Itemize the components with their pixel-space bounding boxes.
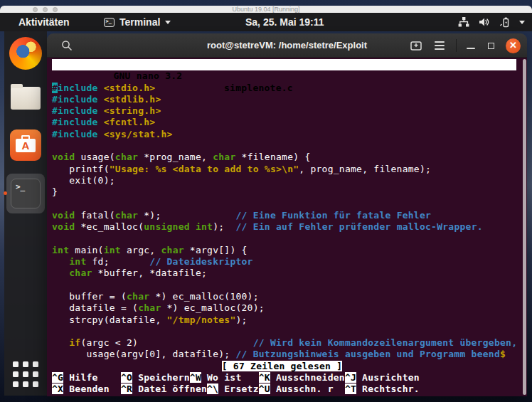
app-menu-terminal[interactable]: >_ Terminal [104,13,171,31]
app-menu-label: Terminal [119,16,160,28]
nano-shortcut: ^K Ausschneiden [259,372,345,384]
vm-window-title: Ubuntu 19.04 [Running] [0,6,532,13]
nano-status-row: [ 67 Zeilen gelesen ] [47,361,517,372]
code-line: #include <string.h> [52,105,517,117]
code-line: void fatal(char *); // Eine Funktion für… [52,210,517,221]
code-line: char *buffer, *datafile; [52,268,517,279]
nano-status-message: [ 67 Zeilen gelesen ] [222,361,343,371]
code-line: usage(argv[0], datafile); // Butzungshin… [52,349,517,360]
code-line: void *ec_malloc(unsigned int); // Ein au… [52,221,517,233]
vm-minimize-button[interactable] [43,7,48,12]
hamburger-menu-icon[interactable] [435,41,445,50]
system-indicators[interactable] [458,13,525,31]
code-line: strcpy(datafile, "/tmp/notes"); [52,314,517,326]
nano-shortcut-bar-row1: ^G Hilfe^O Speichern^W Wo ist^K Ausschne… [52,372,516,384]
code-line: } [52,186,517,198]
code-line: printf("Usage: %s <data to add to %s>\n"… [52,164,517,175]
code-line: int main(int argc, char *argv[]) { [52,245,517,256]
nano-shortcut: ^U Ausschn. r [259,384,334,395]
dock-item-terminal[interactable]: >_ [6,174,45,213]
code-line [52,140,517,152]
nano-titlebar: GNU nano 3.2 simplenote.c [52,59,516,70]
code-line: void usage(char *prog_name, char *filena… [52,152,517,163]
close-icon[interactable]: ✕ [506,38,521,53]
code-line: #include <stdlib.h> [52,94,517,105]
show-applications-button[interactable] [11,360,40,388]
code-line: exit(0); [52,175,517,186]
dock-item-files[interactable] [11,87,41,110]
vm-window-titlebar[interactable]: Ubuntu 19.04 [Running] [0,6,532,13]
nano-shortcut: ^T Rechtschr. [345,384,420,395]
new-tab-icon[interactable] [410,41,422,51]
terminal-app-icon: >_ [104,18,115,27]
restore-icon[interactable] [488,43,494,49]
code-line: buffer = (char *) ec_malloc(100); [52,291,517,302]
nano-shortcut: ^O Speichern [121,372,190,384]
activities-button[interactable]: Aktivitäten [18,13,70,31]
dock-item-firefox[interactable] [9,37,42,70]
code-line [52,233,517,244]
nano-shortcut: ^R Datei öffnen [121,384,207,395]
nano-shortcut: ^X Beenden [52,384,110,395]
scrollbar[interactable] [523,59,526,395]
nano-shortcut-bar-row2: ^X Beenden^R Datei öffnen^\ Ersetzen^U A… [52,384,516,395]
battery-icon [499,17,510,28]
code-line: #include <fcntl.h> [52,117,517,128]
nano-shortcut: ^J Ausrichten [345,372,420,384]
code-line: int fd; // Dateideskriptor [52,256,517,268]
volume-icon [479,17,490,27]
code-line: datafile = (char *) ec_malloc(20); [52,302,517,314]
vm-zoom-button[interactable] [53,7,58,12]
code-line: #include <stdio.h> [52,83,517,94]
terminal-dock-icon: >_ [11,179,41,208]
running-indicator-dot [4,191,7,195]
chevron-down-icon [165,21,171,24]
clock[interactable]: Sa, 25. Mai 19:11 [245,13,324,31]
dock-item-ubuntu-software[interactable]: A [10,129,41,161]
briefcase-icon: A [16,139,36,152]
nano-shortcut: ^W Wo ist [190,372,242,384]
terminal-content[interactable]: GNU nano 3.2 simplenote.c #include <stdi… [47,58,527,396]
vm-close-button[interactable] [33,7,38,12]
code-area[interactable]: #include <stdio.h>#include <stdlib.h>#in… [52,83,517,361]
terminal-window: root@stetreVM: /home/stetre/Exploit ✕ GN… [47,33,527,396]
vm-window-controls[interactable] [33,7,58,12]
minimize-icon[interactable] [467,48,475,49]
dock: A >_ [4,31,47,396]
top-panel: Aktivitäten >_ Terminal Sa, 25. Mai 19:1… [0,13,532,31]
code-line [52,326,517,337]
nano-shortcut: ^G Hilfe [52,372,98,384]
code-line: if(argc < 2) // Wird kein Kommandozeilen… [52,337,517,349]
terminal-titlebar[interactable]: root@stetreVM: /home/stetre/Exploit ✕ [47,33,527,58]
code-line: #include <sys/stat.h> [52,129,517,140]
network-icon [458,17,469,27]
code-line [52,199,517,210]
code-line [52,280,517,291]
chevron-down-icon [519,21,525,24]
text-cursor: # [52,83,58,93]
titlebar-separator [456,39,457,52]
nano-version: GNU nano 3.2 [113,70,182,81]
